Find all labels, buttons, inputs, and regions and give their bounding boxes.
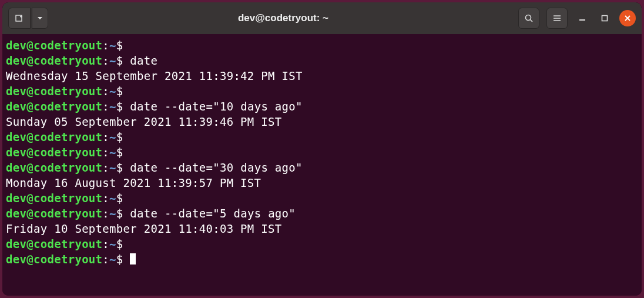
maximize-button[interactable] [597,11,612,26]
prompt-path: ~ [109,253,116,266]
minimize-button[interactable] [575,11,590,26]
prompt-user-host: dev@codetryout [6,54,102,67]
prompt-user-host: dev@codetryout [6,100,102,113]
cursor [130,253,136,264]
prompt-separator: : [102,207,109,220]
prompt-symbol: $ [116,146,123,159]
prompt-user-host: dev@codetryout [6,253,102,266]
svg-point-3 [526,15,531,21]
menu-button[interactable] [546,8,568,29]
new-tab-button[interactable] [8,8,31,29]
svg-rect-9 [602,16,608,21]
prompt-separator: : [102,237,109,250]
minimize-icon [579,15,586,22]
prompt-path: ~ [109,130,116,143]
prompt-symbol: $ [116,161,123,174]
output-text: Wednesday 15 September 2021 11:39:42 PM … [6,69,303,82]
terminal-line: dev@codetryout:~$ [6,38,638,53]
prompt-path: ~ [109,146,116,159]
terminal-line: dev@codetryout:~$ [6,236,638,252]
prompt-path: ~ [109,39,116,52]
prompt-separator: : [102,161,109,174]
tab-dropdown-button[interactable] [32,8,48,29]
command-text [123,237,130,250]
prompt-path: ~ [109,237,116,250]
prompt-user-host: dev@codetryout [6,207,102,220]
chevron-down-icon [37,15,43,21]
prompt-path: ~ [109,161,116,174]
terminal-line: Wednesday 15 September 2021 11:39:42 PM … [6,68,638,83]
terminal-line: dev@codetryout:~$ date --date="10 days a… [6,99,638,114]
search-icon [524,14,534,23]
terminal-line: dev@codetryout:~$ date --date="5 days ag… [6,206,638,221]
search-button[interactable] [518,8,539,29]
maximize-icon [601,15,608,22]
prompt-user-host: dev@codetryout [6,85,102,98]
command-text: date --date="30 days ago" [123,161,303,174]
prompt-user-host: dev@codetryout [6,161,102,174]
window-title: dev@codetryout: ~ [53,12,514,24]
prompt-path: ~ [109,54,116,67]
output-text: Friday 10 September 2021 11:40:03 PM IST [6,222,282,235]
titlebar: dev@codetryout: ~ [2,2,642,34]
new-tab-icon [15,14,24,23]
terminal-line: dev@codetryout:~$ date [6,53,638,68]
prompt-path: ~ [109,85,116,98]
close-button[interactable] [619,10,636,26]
terminal-line: Monday 16 August 2021 11:39:57 PM IST [6,175,638,190]
prompt-symbol: $ [116,207,123,220]
prompt-symbol: $ [116,54,123,67]
terminal-line: Friday 10 September 2021 11:40:03 PM IST [6,221,638,236]
prompt-separator: : [102,192,109,205]
svg-line-4 [531,20,533,22]
prompt-user-host: dev@codetryout [6,39,102,52]
terminal-window: dev@codetryout: ~ [2,2,642,296]
output-text: Monday 16 August 2021 11:39:57 PM IST [6,176,261,189]
terminal-line: dev@codetryout:~$ date --date="30 days a… [6,160,638,175]
hamburger-icon [552,14,562,23]
prompt-path: ~ [109,100,116,113]
prompt-path: ~ [109,207,116,220]
command-text [123,85,130,98]
terminal-line: dev@codetryout:~$ [6,252,638,267]
prompt-separator: : [102,85,109,98]
command-text [123,192,130,205]
output-text: Sunday 05 September 2021 11:39:46 PM IST [6,115,282,128]
prompt-separator: : [102,39,109,52]
command-text [123,146,130,159]
prompt-user-host: dev@codetryout [6,146,102,159]
command-text: date [123,54,158,67]
prompt-symbol: $ [116,39,123,52]
prompt-separator: : [102,100,109,113]
command-text: date --date="10 days ago" [123,100,303,113]
prompt-symbol: $ [116,237,123,250]
terminal-line: dev@codetryout:~$ [6,145,638,160]
terminal-line: dev@codetryout:~$ [6,129,638,145]
prompt-symbol: $ [116,253,123,266]
command-text [123,39,130,52]
close-icon [624,15,631,22]
prompt-separator: : [102,130,109,143]
command-text: date --date="5 days ago" [123,207,296,220]
prompt-symbol: $ [116,192,123,205]
prompt-separator: : [102,146,109,159]
prompt-separator: : [102,54,109,67]
command-text [123,253,130,266]
prompt-user-host: dev@codetryout [6,237,102,250]
terminal-line: dev@codetryout:~$ [6,190,638,206]
prompt-user-host: dev@codetryout [6,130,102,143]
prompt-symbol: $ [116,85,123,98]
titlebar-right-controls [518,8,636,29]
prompt-path: ~ [109,192,116,205]
prompt-symbol: $ [116,100,123,113]
terminal-body[interactable]: dev@codetryout:~$ dev@codetryout:~$ date… [2,34,642,296]
terminal-line: Sunday 05 September 2021 11:39:46 PM IST [6,114,638,129]
prompt-user-host: dev@codetryout [6,192,102,205]
command-text [123,130,130,143]
prompt-symbol: $ [116,130,123,143]
prompt-separator: : [102,253,109,266]
terminal-line: dev@codetryout:~$ [6,83,638,99]
titlebar-left-controls [8,8,48,29]
